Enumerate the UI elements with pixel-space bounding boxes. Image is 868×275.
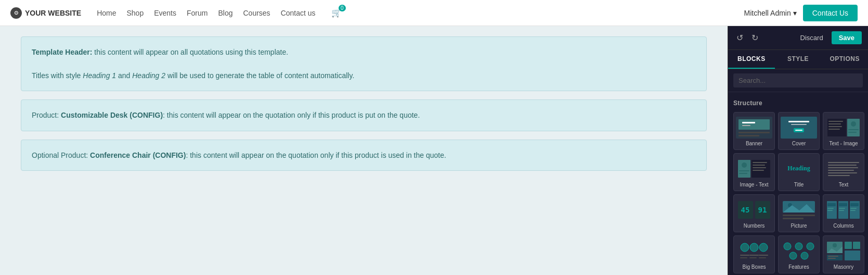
block-columns-preview [825, 199, 862, 221]
contact-us-button[interactable]: Contact Us [803, 5, 858, 21]
svg-rect-69 [740, 255, 749, 256]
block-image-text-preview [736, 158, 772, 180]
svg-rect-28 [753, 162, 767, 163]
block-numbers[interactable]: 45 91 Numbers [733, 194, 775, 232]
blocks-search-input[interactable] [733, 73, 863, 88]
svg-point-24 [742, 162, 747, 168]
svg-rect-55 [827, 208, 834, 209]
redo-button[interactable]: ↻ [749, 31, 760, 45]
right-panel: ↺ ↻ Discard Save BLOCKS STYLE OPTIONS St… [728, 26, 868, 275]
block-features-preview [781, 240, 817, 262]
user-menu[interactable]: Mitchell Admin ▾ [744, 9, 796, 17]
svg-rect-74 [759, 257, 766, 258]
svg-rect-88 [827, 255, 843, 260]
cart-icon[interactable]: 🛒 0 [331, 8, 342, 18]
svg-rect-8 [788, 121, 809, 122]
brand-name: YOUR WEBSITE [25, 9, 81, 17]
svg-text:Heading: Heading [787, 165, 810, 172]
block-title-preview: Heading [781, 158, 817, 180]
optional-product-text: Optional Product: Conference Chair (CONF… [32, 149, 696, 161]
block-cover[interactable]: Cover [778, 112, 820, 150]
svg-rect-9 [791, 124, 807, 125]
nav-events[interactable]: Events [154, 9, 176, 17]
svg-rect-4 [739, 132, 770, 133]
svg-rect-21 [848, 132, 857, 133]
block-image-text[interactable]: Image - Text [733, 153, 775, 191]
svg-rect-62 [850, 203, 859, 206]
block-columns-label: Columns [833, 223, 853, 229]
svg-rect-40 [828, 175, 850, 176]
svg-rect-1 [739, 119, 770, 130]
svg-rect-54 [827, 203, 836, 206]
svg-rect-71 [759, 255, 768, 256]
block-columns[interactable]: Columns [823, 194, 864, 232]
nav-blog[interactable]: Blog [218, 9, 232, 17]
svg-rect-90 [828, 258, 836, 259]
svg-rect-20 [848, 129, 859, 130]
svg-rect-11 [795, 130, 802, 131]
svg-rect-39 [828, 172, 857, 173]
svg-rect-51 [783, 218, 804, 219]
nav-contact[interactable]: Contact us [281, 9, 316, 17]
panel-content: Structure Banner [728, 92, 868, 275]
block-big-boxes[interactable]: Big Boxes [733, 235, 775, 273]
undo-button[interactable]: ↺ [734, 31, 745, 45]
svg-point-83 [833, 243, 837, 247]
tab-options[interactable]: OPTIONS [821, 50, 868, 69]
block-picture[interactable]: Picture [778, 194, 820, 232]
svg-rect-2 [742, 122, 755, 123]
product-text: Product: Customizable Desk (CONFIG): thi… [32, 109, 696, 121]
svg-rect-25 [739, 170, 749, 171]
nav-home[interactable]: Home [97, 9, 116, 17]
discard-button[interactable]: Discard [796, 32, 827, 44]
svg-rect-85 [845, 242, 852, 249]
toolbar-save-area: Discard Save [796, 31, 862, 44]
nav-shop[interactable]: Shop [126, 9, 144, 17]
svg-rect-70 [749, 255, 759, 256]
block-banner[interactable]: Banner [733, 112, 775, 150]
block-cover-preview [781, 117, 817, 139]
cart-badge: 0 [339, 5, 346, 11]
block-features[interactable]: Features [778, 235, 820, 273]
product-block: Product: Customizable Desk (CONFIG): thi… [21, 99, 707, 131]
block-text-image[interactable]: Text - Image [823, 112, 864, 150]
tab-blocks[interactable]: BLOCKS [728, 50, 775, 69]
svg-rect-29 [753, 165, 765, 166]
svg-rect-34 [825, 158, 862, 180]
svg-rect-64 [850, 210, 856, 211]
brand[interactable]: ⊙ YOUR WEBSITE [10, 7, 81, 19]
svg-rect-73 [749, 257, 757, 258]
svg-point-78 [807, 243, 814, 250]
block-masonry[interactable]: Masonry [823, 235, 864, 273]
nav-courses[interactable]: Courses [243, 9, 270, 17]
block-big-boxes-label: Big Boxes [742, 264, 766, 270]
nav-links: Home Shop Events Forum Blog Courses Cont… [97, 8, 744, 18]
save-button[interactable]: Save [832, 31, 862, 44]
panel-tabs: BLOCKS STYLE OPTIONS [728, 50, 868, 69]
block-cover-label: Cover [792, 141, 806, 146]
nav-forum[interactable]: Forum [187, 9, 208, 17]
svg-point-79 [789, 252, 797, 259]
brand-icon: ⊙ [10, 7, 22, 19]
svg-rect-56 [827, 210, 833, 211]
block-title[interactable]: Heading Title [778, 153, 820, 191]
optional-product-block: Optional Product: Conference Chair (CONF… [21, 140, 707, 171]
svg-rect-87 [845, 251, 860, 260]
panel-search [728, 69, 868, 92]
svg-rect-3 [742, 125, 750, 126]
svg-rect-5 [739, 135, 759, 136]
svg-rect-14 [828, 121, 843, 122]
tab-style[interactable]: STYLE [775, 50, 822, 69]
svg-rect-59 [839, 208, 845, 209]
block-text[interactable]: Text [823, 153, 864, 191]
svg-point-67 [750, 243, 758, 252]
svg-point-77 [795, 243, 802, 250]
block-text-image-preview [825, 117, 862, 139]
content-area: Template Header: this content will appea… [0, 26, 728, 275]
svg-rect-17 [828, 129, 840, 130]
toolbar-actions: ↺ ↻ [734, 31, 760, 45]
block-features-label: Features [788, 264, 809, 270]
svg-point-68 [759, 243, 768, 252]
chevron-down-icon: ▾ [793, 9, 797, 17]
block-masonry-label: Masonry [834, 264, 853, 270]
